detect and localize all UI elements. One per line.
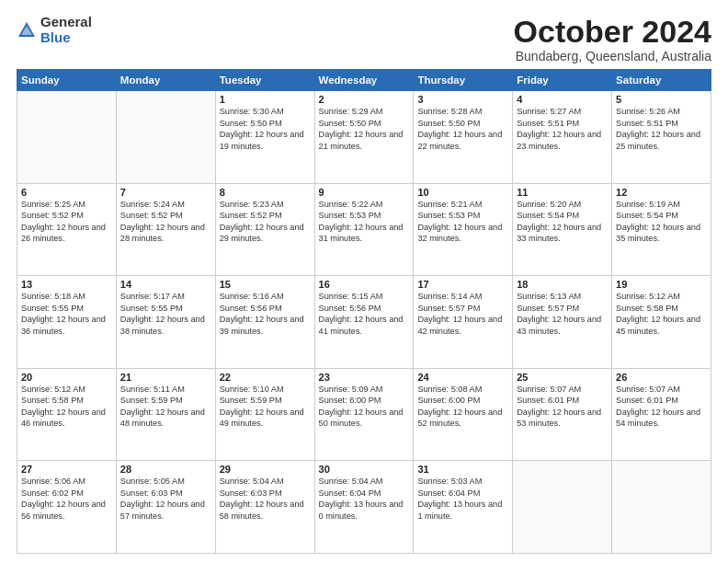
calendar-cell: 4Sunrise: 5:27 AMSunset: 5:51 PMDaylight…: [513, 91, 612, 184]
day-number: 27: [21, 464, 112, 475]
day-number: 4: [517, 94, 608, 105]
calendar-cell: 3Sunrise: 5:28 AMSunset: 5:50 PMDaylight…: [414, 91, 513, 184]
calendar-cell: 23Sunrise: 5:09 AMSunset: 6:00 PMDayligh…: [314, 368, 414, 461]
day-info: Sunrise: 5:14 AMSunset: 5:57 PMDaylight:…: [417, 291, 508, 337]
day-info: Sunrise: 5:30 AMSunset: 5:50 PMDaylight:…: [220, 106, 311, 152]
calendar-cell: 21Sunrise: 5:11 AMSunset: 5:59 PMDayligh…: [116, 368, 215, 461]
day-number: 1: [220, 94, 311, 105]
day-number: 28: [120, 464, 211, 475]
day-number: 30: [319, 464, 410, 475]
calendar-header-friday: Friday: [513, 70, 612, 91]
day-number: 17: [417, 279, 508, 290]
day-info: Sunrise: 5:04 AMSunset: 6:03 PMDaylight:…: [220, 476, 311, 522]
day-number: 10: [417, 187, 508, 198]
calendar-header-monday: Monday: [116, 70, 215, 91]
day-info: Sunrise: 5:10 AMSunset: 5:59 PMDaylight:…: [220, 384, 311, 430]
day-info: Sunrise: 5:12 AMSunset: 5:58 PMDaylight:…: [616, 291, 707, 337]
calendar-header-tuesday: Tuesday: [215, 70, 314, 91]
day-number: 15: [220, 279, 311, 290]
calendar-cell: 12Sunrise: 5:19 AMSunset: 5:54 PMDayligh…: [612, 183, 711, 276]
calendar-cell: 17Sunrise: 5:14 AMSunset: 5:57 PMDayligh…: [414, 276, 513, 369]
day-info: Sunrise: 5:07 AMSunset: 6:01 PMDaylight:…: [517, 384, 608, 430]
calendar-week-row: 20Sunrise: 5:12 AMSunset: 5:58 PMDayligh…: [17, 368, 711, 461]
day-info: Sunrise: 5:18 AMSunset: 5:55 PMDaylight:…: [21, 291, 112, 337]
day-number: 5: [616, 94, 707, 105]
day-number: 11: [517, 187, 608, 198]
calendar-cell: 26Sunrise: 5:07 AMSunset: 6:01 PMDayligh…: [612, 368, 711, 461]
calendar-cell: [17, 91, 117, 184]
day-number: 31: [417, 464, 508, 475]
day-number: 16: [319, 279, 410, 290]
calendar-cell: 19Sunrise: 5:12 AMSunset: 5:58 PMDayligh…: [612, 276, 711, 369]
calendar-cell: 29Sunrise: 5:04 AMSunset: 6:03 PMDayligh…: [215, 461, 314, 554]
day-number: 20: [21, 372, 112, 383]
calendar-cell: 1Sunrise: 5:30 AMSunset: 5:50 PMDaylight…: [215, 91, 314, 184]
day-info: Sunrise: 5:05 AMSunset: 6:03 PMDaylight:…: [120, 476, 211, 522]
calendar-week-row: 27Sunrise: 5:06 AMSunset: 6:02 PMDayligh…: [17, 461, 711, 554]
calendar-week-row: 13Sunrise: 5:18 AMSunset: 5:55 PMDayligh…: [17, 276, 711, 369]
calendar-header-row: SundayMondayTuesdayWednesdayThursdayFrid…: [17, 70, 711, 91]
calendar-cell: 5Sunrise: 5:26 AMSunset: 5:51 PMDaylight…: [612, 91, 711, 184]
day-number: 25: [517, 372, 608, 383]
day-number: 26: [616, 372, 707, 383]
day-info: Sunrise: 5:28 AMSunset: 5:50 PMDaylight:…: [417, 106, 508, 152]
calendar-cell: [513, 461, 612, 554]
day-info: Sunrise: 5:29 AMSunset: 5:50 PMDaylight:…: [319, 106, 410, 152]
day-info: Sunrise: 5:13 AMSunset: 5:57 PMDaylight:…: [517, 291, 608, 337]
day-number: 24: [417, 372, 508, 383]
calendar-cell: 15Sunrise: 5:16 AMSunset: 5:56 PMDayligh…: [215, 276, 314, 369]
day-info: Sunrise: 5:23 AMSunset: 5:52 PMDaylight:…: [220, 199, 311, 245]
day-number: 9: [319, 187, 410, 198]
calendar-week-row: 1Sunrise: 5:30 AMSunset: 5:50 PMDaylight…: [17, 91, 711, 184]
calendar-cell: 28Sunrise: 5:05 AMSunset: 6:03 PMDayligh…: [116, 461, 215, 554]
month-year-title: October 2024: [514, 15, 711, 49]
calendar-cell: 27Sunrise: 5:06 AMSunset: 6:02 PMDayligh…: [17, 461, 117, 554]
day-info: Sunrise: 5:11 AMSunset: 5:59 PMDaylight:…: [120, 384, 211, 430]
calendar-cell: 31Sunrise: 5:03 AMSunset: 6:04 PMDayligh…: [414, 461, 513, 554]
day-number: 13: [21, 279, 112, 290]
calendar-cell: 20Sunrise: 5:12 AMSunset: 5:58 PMDayligh…: [17, 368, 117, 461]
day-info: Sunrise: 5:24 AMSunset: 5:52 PMDaylight:…: [120, 199, 211, 245]
day-number: 8: [220, 187, 311, 198]
day-info: Sunrise: 5:27 AMSunset: 5:51 PMDaylight:…: [517, 106, 608, 152]
logo-icon: [17, 20, 37, 40]
day-info: Sunrise: 5:12 AMSunset: 5:58 PMDaylight:…: [21, 384, 112, 430]
day-info: Sunrise: 5:19 AMSunset: 5:54 PMDaylight:…: [616, 199, 707, 245]
calendar-cell: 14Sunrise: 5:17 AMSunset: 5:55 PMDayligh…: [116, 276, 215, 369]
day-number: 18: [517, 279, 608, 290]
calendar-cell: 24Sunrise: 5:08 AMSunset: 6:00 PMDayligh…: [414, 368, 513, 461]
day-info: Sunrise: 5:21 AMSunset: 5:53 PMDaylight:…: [417, 199, 508, 245]
calendar-cell: 9Sunrise: 5:22 AMSunset: 5:53 PMDaylight…: [314, 183, 414, 276]
day-info: Sunrise: 5:25 AMSunset: 5:52 PMDaylight:…: [21, 199, 112, 245]
day-info: Sunrise: 5:20 AMSunset: 5:54 PMDaylight:…: [517, 199, 608, 245]
calendar-table: SundayMondayTuesdayWednesdayThursdayFrid…: [17, 69, 711, 554]
day-number: 3: [417, 94, 508, 105]
day-info: Sunrise: 5:06 AMSunset: 6:02 PMDaylight:…: [21, 476, 112, 522]
day-info: Sunrise: 5:04 AMSunset: 6:04 PMDaylight:…: [319, 476, 410, 522]
day-number: 29: [220, 464, 311, 475]
calendar-cell: 10Sunrise: 5:21 AMSunset: 5:53 PMDayligh…: [414, 183, 513, 276]
calendar-cell: 2Sunrise: 5:29 AMSunset: 5:50 PMDaylight…: [314, 91, 414, 184]
calendar-cell: [116, 91, 215, 184]
page: General Blue October 2024 Bundaberg, Que…: [0, 0, 728, 563]
calendar-cell: 7Sunrise: 5:24 AMSunset: 5:52 PMDaylight…: [116, 183, 215, 276]
day-number: 14: [120, 279, 211, 290]
day-number: 7: [120, 187, 211, 198]
calendar-cell: 30Sunrise: 5:04 AMSunset: 6:04 PMDayligh…: [314, 461, 414, 554]
day-number: 21: [120, 372, 211, 383]
header: General Blue October 2024 Bundaberg, Que…: [17, 15, 711, 63]
day-number: 19: [616, 279, 707, 290]
day-number: 12: [616, 187, 707, 198]
day-number: 2: [319, 94, 410, 105]
calendar-cell: 13Sunrise: 5:18 AMSunset: 5:55 PMDayligh…: [17, 276, 117, 369]
day-info: Sunrise: 5:03 AMSunset: 6:04 PMDaylight:…: [417, 476, 508, 522]
calendar-header-saturday: Saturday: [612, 70, 711, 91]
calendar-cell: 8Sunrise: 5:23 AMSunset: 5:52 PMDaylight…: [215, 183, 314, 276]
title-block: October 2024 Bundaberg, Queensland, Aust…: [514, 15, 711, 63]
day-info: Sunrise: 5:09 AMSunset: 6:00 PMDaylight:…: [319, 384, 410, 430]
logo-blue-label: Blue: [40, 30, 92, 46]
calendar-cell: 25Sunrise: 5:07 AMSunset: 6:01 PMDayligh…: [513, 368, 612, 461]
day-info: Sunrise: 5:08 AMSunset: 6:00 PMDaylight:…: [417, 384, 508, 430]
calendar-header-wednesday: Wednesday: [314, 70, 414, 91]
calendar-cell: 6Sunrise: 5:25 AMSunset: 5:52 PMDaylight…: [17, 183, 117, 276]
